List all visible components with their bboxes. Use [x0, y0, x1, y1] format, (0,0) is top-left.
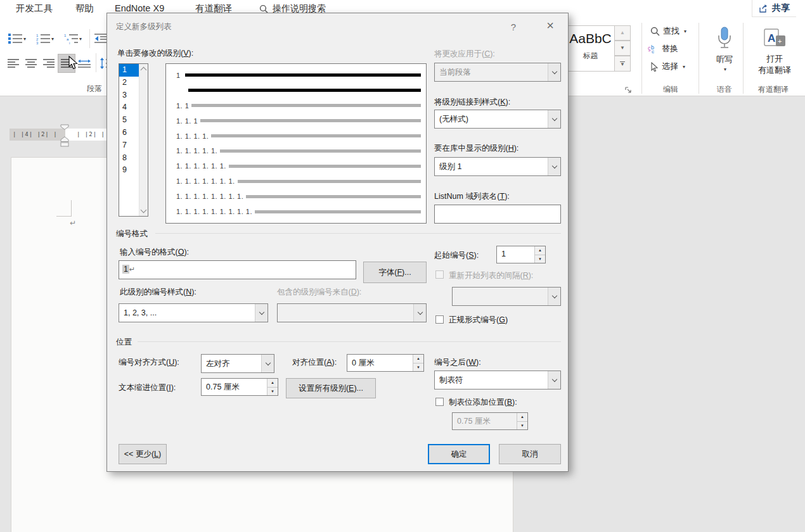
gallery-level-label: 要在库中显示的级别(H): [434, 143, 518, 154]
link-style-combo[interactable]: (无样式) [434, 110, 561, 129]
number-format-section-label: 编号格式 [116, 229, 148, 239]
gallery-level-combo[interactable]: 级别 1 [434, 157, 561, 176]
replace-icon: ϛbc [648, 44, 659, 54]
preview-row: 1. 1. 1. 1. [172, 129, 421, 144]
legal-numbering-checkbox[interactable] [435, 315, 444, 324]
aligned-at-spinner[interactable]: 0 厘米 ▲▼ [347, 354, 424, 372]
help-button[interactable]: ? [511, 22, 516, 32]
open-youdao-button[interactable]: A+ 打开 有道翻译 [750, 28, 799, 76]
distribute-button[interactable] [76, 54, 93, 72]
find-label: 查找 [663, 25, 679, 37]
font-button[interactable]: 字体(F)... [363, 262, 427, 283]
styles-scroll-down-button[interactable]: ▼ [614, 41, 631, 56]
preview-row [172, 83, 421, 98]
chevron-down-icon [548, 371, 560, 389]
add-tab-stop-checkbox[interactable] [435, 398, 444, 406]
share-label: 共享 [772, 3, 790, 14]
align-center-button[interactable] [23, 54, 39, 72]
margin-corner-mark [56, 216, 72, 217]
level-option-5[interactable]: 5 [119, 114, 139, 127]
microphone-icon [716, 27, 733, 51]
align-left-button[interactable] [5, 54, 22, 72]
first-line-indent-marker[interactable] [60, 124, 69, 130]
define-multilevel-list-dialog: 定义新多级列表 ? × 单击要修改的级别(V): 1 2 3 4 5 6 7 8… [106, 13, 569, 472]
restart-checkbox [435, 270, 444, 279]
spin-up-icon: ▲ [413, 355, 423, 364]
chevron-down-icon: ▾ [683, 64, 685, 70]
close-button[interactable]: × [546, 18, 554, 33]
margin-corner-mark [71, 200, 72, 216]
voice-group-label: 语音 [717, 84, 732, 95]
scroll-up-icon[interactable] [141, 67, 147, 73]
less-button[interactable]: << 更少(L) [119, 444, 167, 464]
preview-row: 1. 1. 1 [172, 113, 421, 129]
level-listbox[interactable]: 1 2 3 4 5 6 7 8 9 [119, 63, 148, 217]
chevron-down-icon: ▾ [23, 36, 26, 42]
start-at-label: 起始编号(S): [434, 250, 479, 261]
align-combo[interactable]: 左对齐 [201, 354, 274, 373]
find-icon [650, 27, 660, 36]
preview-row: 1. 1. 1. 1. 1. 1. 1. 1. [172, 189, 421, 204]
level-option-6[interactable]: 6 [119, 127, 139, 139]
preview-row: 1 [172, 68, 421, 83]
spin-up-icon: ▲ [267, 379, 278, 388]
number-style-combo[interactable]: 1, 2, 3, ... [119, 303, 268, 322]
select-icon [650, 62, 659, 72]
divider [96, 53, 96, 72]
level-option-8[interactable]: 8 [119, 152, 139, 165]
level-option-7[interactable]: 7 [119, 139, 139, 152]
text-indent-spinner[interactable]: 0.75 厘米 ▲▼ [201, 378, 278, 396]
spin-down-icon: ▼ [535, 255, 545, 263]
number-style-label: 此级别的编号样式(N): [120, 287, 196, 298]
level-option-4[interactable]: 4 [119, 101, 139, 114]
add-tab-stop-label: 制表位添加位置(B): [449, 397, 517, 408]
list-preview: 1 1. 1 1. 1. 1 1. 1. 1. 1. 1. 1. 1. 1. 1… [165, 63, 427, 224]
follow-number-combo[interactable]: 制表符 [434, 370, 561, 390]
scroll-down-icon[interactable] [141, 207, 147, 213]
level-option-2[interactable]: 2 [119, 77, 139, 89]
level-option-9[interactable]: 9 [119, 164, 139, 177]
search-icon [259, 4, 268, 13]
align-right-button[interactable] [41, 54, 57, 72]
aligned-at-label: 对齐位置(A): [292, 357, 337, 368]
style-card-heading[interactable]: AaBbC 标题 [566, 25, 614, 72]
spin-down-icon: ▼ [413, 364, 423, 372]
spin-down-icon: ▼ [267, 388, 278, 396]
divider [155, 233, 561, 234]
multilevel-list-button[interactable]: 1ai ▾ [61, 30, 85, 47]
hanging-indent-marker[interactable] [60, 136, 69, 147]
level-option-1[interactable]: 1 [119, 64, 139, 77]
styles-scroll-up-button[interactable]: ▲ [614, 25, 631, 41]
level-option-3[interactable]: 3 [119, 89, 139, 102]
word-window: 开发工具 帮助 EndNote X9 有道翻译 操作说明搜索 共享 ▾ 123 … [0, 0, 805, 532]
ruler-ticks-left: | |4| |2| | [13, 129, 58, 141]
replace-label: 替换 [662, 43, 678, 54]
format-label: 输入编号的格式(O): [120, 247, 189, 258]
tab-developer[interactable]: 开发工具 [16, 0, 53, 17]
listbox-scrollbar[interactable] [139, 64, 148, 216]
justify-button[interactable] [58, 54, 75, 72]
select-label: 选择 [662, 61, 678, 72]
chevron-down-icon: ▾ [684, 28, 686, 34]
ok-button[interactable]: 确定 [428, 444, 490, 464]
select-button[interactable]: 选择 ▾ [650, 61, 685, 72]
styles-dialog-launcher[interactable] [625, 87, 633, 94]
format-value: 1 [122, 265, 129, 274]
replace-button[interactable]: ϛbc 替换 [648, 43, 678, 54]
listnum-input[interactable] [434, 205, 561, 224]
set-all-levels-button[interactable]: 设置所有级别(E)... [286, 378, 376, 398]
tab-help[interactable]: 帮助 [75, 0, 94, 17]
preview-row: 1. 1. 1. 1. 1. 1. 1. [172, 174, 421, 189]
open-youdao-line1: 打开 [750, 53, 799, 65]
format-input[interactable]: 1↵ [119, 260, 356, 279]
numbering-button[interactable]: 123 ▾ [33, 30, 57, 47]
chevron-down-icon: ▾ [710, 66, 740, 72]
share-button[interactable]: 共享 [752, 0, 796, 17]
styles-more-button[interactable]: ▼ [614, 56, 631, 72]
find-button[interactable]: 查找 ▾ [650, 25, 686, 37]
cancel-button[interactable]: 取消 [499, 444, 561, 464]
apply-to-combo: 当前段落 [434, 63, 561, 82]
dictate-button[interactable]: 听写 ▾ [709, 27, 740, 72]
bullets-button[interactable]: ▾ [5, 30, 29, 47]
start-at-spinner[interactable]: 1 ▲▼ [496, 246, 546, 263]
